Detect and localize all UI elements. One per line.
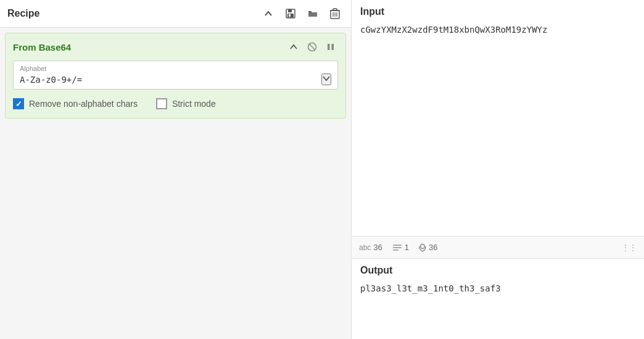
save-icon — [285, 8, 296, 19]
collapse-recipe-button[interactable] — [260, 5, 277, 22]
alphabet-label: Alphabet — [20, 65, 331, 72]
open-recipe-button[interactable] — [304, 5, 321, 22]
alphabet-value-row: A-Za-z0-9+/= — [20, 73, 331, 85]
delete-recipe-button[interactable] — [326, 5, 344, 22]
operation-icons — [286, 40, 338, 54]
remove-non-alphabet-label: Remove non-alphabet chars — [29, 99, 138, 109]
input-section: Input cGwzYXMzX2wzdF9tM18xbnQwX3RoM19zYW… — [352, 0, 644, 259]
strict-mode-label: Strict mode — [172, 99, 216, 109]
output-text-area: pl3as3_l3t_m3_1nt0_th3_saf3 — [352, 281, 644, 296]
disable-icon — [307, 42, 317, 52]
chevron-up-small-icon — [290, 43, 297, 51]
svg-rect-1 — [288, 9, 292, 12]
trash-icon — [330, 8, 340, 19]
save-recipe-button[interactable] — [282, 5, 299, 22]
input-header: Input — [352, 0, 644, 22]
recipe-header: Recipe — [0, 0, 351, 28]
lines-icon — [392, 244, 402, 251]
svg-rect-4 — [308, 12, 317, 17]
recipe-header-icons — [260, 5, 344, 22]
svg-rect-7 — [333, 9, 337, 10]
right-panel: Input cGwzYXMzX2wzdF9tM18xbnQwX3RoM19zYW… — [352, 0, 644, 339]
resize-handle[interactable]: ⋮⋮ — [622, 243, 637, 252]
strict-mode-checkbox[interactable] — [156, 98, 167, 109]
input-stats-bar: abc 36 1 36 ⋮⋮ — [352, 236, 644, 258]
position-stat: 36 — [419, 243, 437, 252]
line-count-value: 1 — [405, 243, 409, 252]
chevron-down-icon — [323, 75, 330, 82]
pause-icon — [326, 43, 335, 51]
position-value: 36 — [429, 243, 437, 252]
svg-rect-13 — [328, 44, 330, 50]
position-icon — [419, 243, 426, 252]
pause-operation-button[interactable] — [323, 40, 338, 54]
chevron-up-icon — [264, 9, 273, 18]
line-count-stat: 1 — [392, 243, 409, 252]
alphabet-value: A-Za-z0-9+/= — [20, 75, 82, 85]
disable-operation-button[interactable] — [305, 40, 320, 54]
abc-icon: abc — [359, 243, 371, 252]
operation-header: From Base64 — [13, 40, 338, 54]
char-count-value: 36 — [373, 243, 382, 252]
recipe-title: Recipe — [7, 8, 260, 19]
alphabet-section: Alphabet A-Za-z0-9+/= — [13, 61, 338, 90]
remove-non-alphabet-option[interactable]: Remove non-alphabet chars — [13, 98, 138, 109]
char-count-stat: abc 36 — [359, 243, 382, 252]
operation-title: From Base64 — [13, 42, 286, 52]
folder-icon — [307, 8, 318, 19]
input-text-area[interactable]: cGwzYXMzX2wzdF9tM18xbnQwX3RoM19zYWYz — [352, 22, 644, 236]
output-section: Output pl3as3_l3t_m3_1nt0_th3_saf3 — [352, 259, 644, 339]
svg-rect-3 — [289, 14, 291, 17]
svg-line-12 — [309, 44, 315, 50]
left-panel: Recipe — [0, 0, 352, 339]
alphabet-dropdown-button[interactable] — [321, 73, 331, 85]
operation-block: From Base64 — [5, 33, 346, 119]
svg-rect-14 — [332, 44, 334, 50]
collapse-operation-button[interactable] — [286, 40, 301, 54]
strict-mode-option[interactable]: Strict mode — [156, 98, 216, 109]
svg-point-18 — [421, 244, 425, 248]
output-header: Output — [352, 259, 644, 281]
options-row: Remove non-alphabet chars Strict mode — [13, 96, 338, 112]
remove-non-alphabet-checkbox[interactable] — [13, 98, 24, 109]
